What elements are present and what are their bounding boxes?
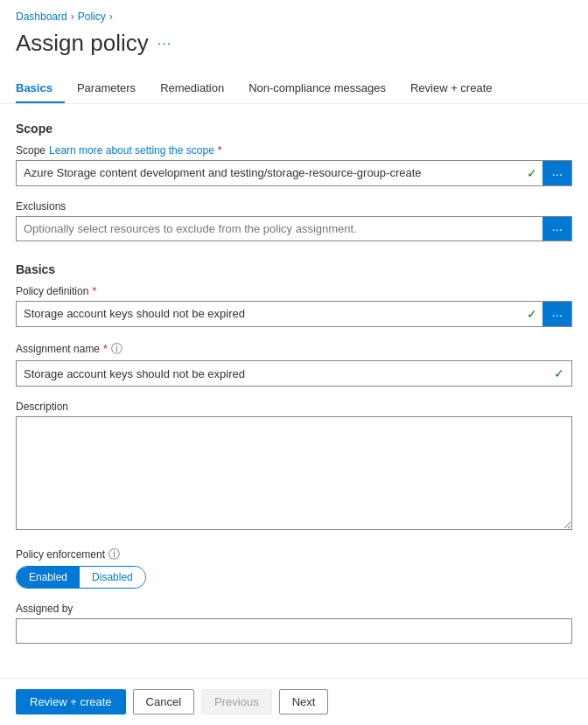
scope-check-icon: ✓	[522, 161, 542, 185]
assignment-name-info-icon[interactable]: ⓘ	[111, 341, 122, 357]
assigned-by-input[interactable]	[16, 618, 572, 644]
exclusions-input-container: ···	[16, 216, 572, 241]
assignment-name-required: *	[103, 343, 108, 355]
scope-label: Scope Learn more about setting the scope…	[16, 144, 572, 157]
breadcrumb-sep-1: ›	[71, 10, 74, 23]
description-textarea[interactable]	[16, 416, 572, 530]
page-header: Assign policy ···	[0, 26, 588, 74]
basics-section: Basics Policy definition * Storage accou…	[16, 262, 572, 644]
scope-value-display: Azure Storage content development and te…	[17, 161, 522, 185]
scope-learn-more-link[interactable]: Learn more about setting the scope	[49, 144, 214, 157]
policy-enforcement-info-icon[interactable]: ⓘ	[108, 547, 120, 562]
policy-def-browse-button[interactable]: ···	[542, 302, 571, 326]
tab-remediation[interactable]: Remediation	[148, 74, 236, 103]
scope-section: Scope Scope Learn more about setting the…	[16, 122, 572, 241]
footer: Review + create Cancel Previous Next	[0, 678, 588, 725]
description-label: Description	[16, 401, 572, 413]
main-content: Scope Scope Learn more about setting the…	[0, 104, 588, 725]
exclusions-field-group: Exclusions ···	[16, 200, 572, 241]
assignment-name-input-container: ✓	[16, 360, 572, 387]
assigned-by-label: Assigned by	[16, 603, 572, 615]
policy-def-input-container: Storage account keys should not be expir…	[16, 301, 572, 327]
scope-field-group: Scope Learn more about setting the scope…	[16, 144, 572, 186]
exclusions-input[interactable]	[17, 217, 542, 241]
scope-required: *	[218, 144, 222, 157]
assigned-by-field-group: Assigned by	[16, 603, 572, 644]
review-create-button[interactable]: Review + create	[16, 689, 126, 715]
tab-parameters[interactable]: Parameters	[65, 74, 148, 103]
policy-def-label: Policy definition *	[16, 285, 572, 297]
breadcrumb-sep-2: ›	[109, 10, 113, 23]
assignment-name-field-group: Assignment name * ⓘ ✓	[16, 341, 572, 387]
scope-input-container: Azure Storage content development and te…	[16, 160, 572, 186]
assignment-name-label: Assignment name * ⓘ	[16, 341, 572, 357]
scope-browse-button[interactable]: ···	[542, 161, 571, 185]
policy-def-field-group: Policy definition * Storage account keys…	[16, 285, 572, 327]
exclusions-label: Exclusions	[16, 200, 572, 213]
assignment-name-check-icon: ✓	[547, 361, 571, 386]
description-field-group: Description	[16, 401, 572, 533]
breadcrumb: Dashboard › Policy ›	[0, 0, 588, 26]
previous-button: Previous	[201, 689, 272, 715]
tab-basics[interactable]: Basics	[16, 74, 65, 103]
policy-enforcement-toggle: Enabled Disabled	[16, 566, 146, 589]
breadcrumb-dashboard[interactable]: Dashboard	[16, 10, 67, 23]
exclusions-browse-button[interactable]: ···	[542, 217, 571, 241]
breadcrumb-policy[interactable]: Policy	[78, 10, 106, 23]
scope-section-title: Scope	[16, 122, 572, 136]
cancel-button[interactable]: Cancel	[133, 689, 194, 715]
toggle-disabled-button[interactable]: Disabled	[80, 567, 145, 588]
policy-def-check-icon: ✓	[522, 302, 542, 326]
policy-enforcement-label: Policy enforcement ⓘ	[16, 547, 572, 562]
tab-non-compliance[interactable]: Non-compliance messages	[236, 74, 398, 103]
next-button[interactable]: Next	[279, 689, 329, 715]
policy-def-value: Storage account keys should not be expir…	[17, 302, 522, 326]
policy-enforcement-field-group: Policy enforcement ⓘ Enabled Disabled	[16, 547, 572, 589]
tab-review-create[interactable]: Review + create	[398, 74, 505, 103]
assignment-name-input[interactable]	[17, 361, 547, 386]
ellipsis-menu-button[interactable]: ···	[158, 36, 172, 52]
toggle-enabled-button[interactable]: Enabled	[17, 567, 80, 588]
basics-section-title: Basics	[16, 262, 572, 276]
policy-def-required: *	[92, 285, 96, 297]
page-title: Assign policy	[16, 30, 149, 57]
tabs-container: Basics Parameters Remediation Non-compli…	[0, 74, 588, 104]
